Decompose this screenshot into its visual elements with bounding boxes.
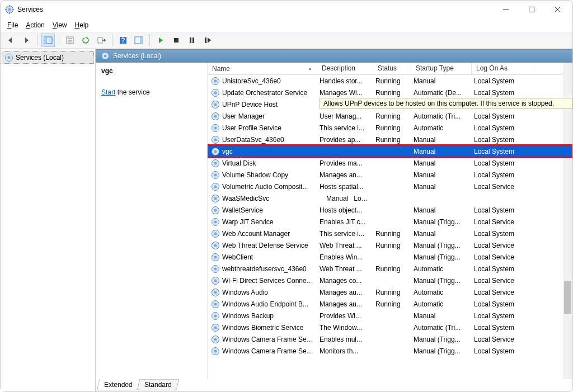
refresh-button[interactable] [79, 34, 92, 47]
gear-icon [211, 112, 220, 121]
svg-point-34 [214, 103, 217, 106]
column-headers: Name▲ Description Status Startup Type Lo… [208, 63, 572, 75]
cell-startup-type: Automatic [412, 300, 473, 308]
column-description[interactable]: Description [317, 63, 373, 74]
cell-description: Enables Win... [318, 253, 374, 261]
console-tree: Services (Local) [1, 49, 96, 391]
menu-help[interactable]: Help [72, 20, 92, 30]
column-log-on-as[interactable]: Log On As [472, 63, 533, 74]
service-row[interactable]: Virtual DiskProvides ma...ManualLocal Sy… [208, 157, 572, 169]
svg-point-38 [214, 126, 217, 129]
service-row[interactable]: Windows AudioManages au...RunningAutomat… [208, 286, 572, 298]
service-row[interactable]: Update Orchestrator ServiceManages Wi...… [208, 87, 572, 98]
menu-view[interactable]: View [49, 20, 71, 30]
svg-rect-24 [205, 37, 206, 43]
cell-name: vgc [221, 148, 318, 155]
back-button[interactable] [4, 34, 17, 47]
gear-icon [211, 218, 220, 226]
service-row[interactable]: Volume Shadow CopyManages an...ManualLoc… [208, 169, 572, 181]
cell-status: Running [374, 289, 412, 296]
svg-rect-22 [190, 37, 191, 43]
properties-button[interactable] [63, 34, 77, 47]
service-row[interactable]: UserDataSvc_436e0Provides ap...RunningMa… [208, 134, 572, 145]
tab-extended[interactable]: Extended [97, 379, 140, 390]
gear-icon [211, 147, 220, 156]
service-row[interactable]: User Profile ServiceThis service i...Run… [208, 122, 572, 134]
help-button[interactable]: ? [116, 34, 130, 47]
cell-name: Windows Audio [221, 289, 318, 296]
service-row[interactable]: WalletServiceHosts object...ManualLocal … [208, 204, 572, 216]
cell-startup-type: Manual [412, 148, 473, 155]
cell-description: Manages co... [318, 277, 374, 285]
svg-point-56 [214, 232, 217, 235]
maximize-button[interactable] [519, 1, 544, 18]
rows-container: UnistoreSvc_436e0Handles stor...RunningM… [208, 75, 572, 379]
vertical-scrollbar[interactable] [563, 63, 572, 379]
cell-description: Provides ma... [318, 159, 374, 167]
service-row[interactable]: vgcManualLocal System [208, 145, 572, 157]
svg-point-44 [214, 162, 217, 164]
cell-name: webthreatdefusersvc_436e0 [221, 265, 318, 273]
cell-name: Volumetric Audio Composit... [221, 183, 318, 191]
cell-name: Windows Camera Frame Ser... [221, 347, 318, 355]
service-row[interactable]: Web Threat Defense ServiceWeb Threat ...… [208, 239, 572, 251]
tree-item-label: Services (Local) [16, 54, 64, 62]
cell-description: Handles stor... [318, 77, 374, 85]
cell-startup-type: Manual [412, 136, 473, 144]
pause-service-button[interactable] [185, 34, 199, 47]
service-row[interactable]: Windows Biometric ServiceThe Window...Au… [208, 322, 572, 333]
column-name[interactable]: Name▲ [208, 63, 317, 74]
stop-service-button[interactable] [170, 34, 183, 47]
close-button[interactable] [544, 1, 570, 18]
cell-name: User Manager [221, 112, 318, 120]
cell-description: Manages Wi... [318, 89, 374, 97]
service-row[interactable]: Windows Audio Endpoint B...Manages au...… [208, 298, 572, 310]
selected-service-name: vgc [101, 67, 201, 75]
cell-name: Windows Backup [221, 312, 318, 320]
service-list: Name▲ Description Status Startup Type Lo… [208, 63, 572, 379]
gear-icon [211, 265, 220, 273]
column-status[interactable]: Status [373, 63, 411, 74]
svg-point-72 [214, 326, 217, 329]
start-service-button[interactable] [154, 34, 167, 47]
service-row[interactable]: Volumetric Audio Composit...Hosts spatia… [208, 181, 572, 192]
menu-action[interactable]: Action [22, 20, 48, 30]
service-row[interactable]: Windows Camera Frame Ser...Monitors th..… [208, 345, 572, 357]
cell-name: UserDataSvc_436e0 [221, 136, 318, 144]
cell-startup-type: Manual [325, 195, 353, 202]
svg-point-64 [214, 279, 217, 282]
column-startup-type[interactable]: Startup Type [411, 63, 472, 74]
cell-description: Hosts spatial... [318, 183, 374, 191]
minimize-button[interactable] [493, 1, 519, 18]
service-row[interactable]: WebClientEnables Win...Manual (Trigg...L… [208, 251, 572, 263]
service-row[interactable]: Windows Camera Frame Ser...Enables mul..… [208, 333, 572, 345]
service-row[interactable]: WaaSMedicSvcManualLocal System [208, 192, 572, 204]
svg-point-68 [214, 303, 217, 305]
cell-description: Web Threat ... [318, 265, 374, 273]
cell-log-on-as: Local System [473, 300, 534, 308]
svg-point-70 [214, 314, 217, 317]
cell-description: This service i... [318, 124, 374, 132]
service-row[interactable]: User ManagerUser Manag...RunningAutomati… [208, 110, 572, 122]
tree-services-local[interactable]: Services (Local) [2, 51, 94, 64]
service-row[interactable]: Warp JIT ServiceEnables JIT c...Manual (… [208, 216, 572, 228]
service-row[interactable]: Web Account ManagerThis service i...Runn… [208, 228, 572, 239]
svg-point-48 [214, 185, 217, 188]
service-row[interactable]: webthreatdefusersvc_436e0Web Threat ...R… [208, 263, 572, 275]
menu-file[interactable]: File [4, 20, 21, 30]
start-service-link[interactable]: Start [101, 88, 115, 96]
service-row[interactable]: Wi-Fi Direct Services Connec...Manages c… [208, 275, 572, 286]
export-list-button[interactable] [95, 34, 108, 47]
service-row[interactable]: UnistoreSvc_436e0Handles stor...RunningM… [208, 75, 572, 87]
restart-service-button[interactable] [201, 34, 214, 47]
show-hide-console-tree-button[interactable] [41, 34, 55, 47]
gear-icon [211, 347, 220, 356]
cell-log-on-as: Local System [473, 124, 534, 132]
show-hide-action-pane-button[interactable] [132, 34, 145, 47]
forward-button[interactable] [20, 34, 33, 47]
service-row[interactable]: Windows BackupProvides Wi...ManualLocal … [208, 310, 572, 322]
cell-name: User Profile Service [221, 124, 318, 132]
tab-standard[interactable]: Standard [137, 379, 179, 390]
scroll-thumb[interactable] [564, 281, 571, 314]
cell-description: Enables mul... [318, 336, 374, 343]
